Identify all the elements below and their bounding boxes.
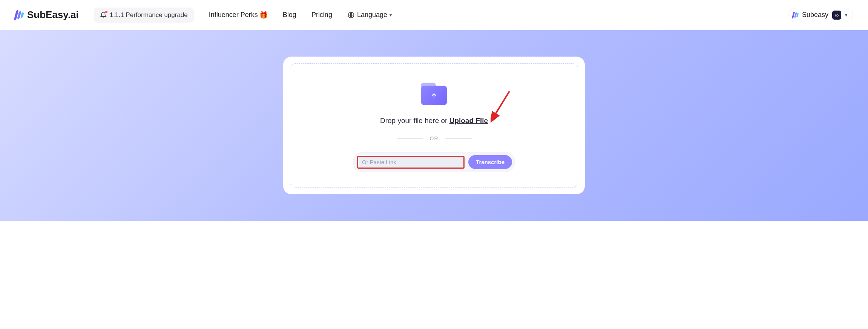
or-divider: OR	[397, 135, 472, 141]
user-avatar-icon	[792, 12, 799, 18]
chevron-down-icon: ▾	[390, 12, 392, 18]
brand-logo[interactable]: SubEasy.ai	[15, 9, 79, 21]
announcement-pill[interactable]: 1.1.1 Performance upgrade	[94, 8, 194, 23]
drop-zone[interactable]: Drop your file here or Upload File OR Tr…	[290, 63, 578, 188]
hero-section: Drop your file here or Upload File OR Tr…	[0, 30, 868, 221]
drop-text-prefix: Drop your file here or	[380, 117, 449, 125]
brand-name: SubEasy.ai	[27, 9, 79, 21]
annotation-arrow-icon	[491, 89, 513, 123]
header-bar: SubEasy.ai 1.1.1 Performance upgrade Inf…	[0, 0, 868, 30]
upload-file-link[interactable]: Upload File	[449, 117, 488, 125]
globe-icon	[347, 11, 355, 19]
gift-icon: 🎁	[259, 11, 268, 19]
drop-text: Drop your file here or Upload File	[380, 117, 488, 125]
nav-blog[interactable]: Blog	[283, 11, 296, 19]
svg-point-1	[434, 98, 434, 99]
link-input-highlight	[357, 156, 465, 169]
upload-folder-icon	[421, 83, 447, 105]
bell-icon	[100, 12, 107, 18]
link-input-row: Transcribe	[353, 152, 515, 172]
svg-line-2	[494, 91, 509, 116]
nav-influencer-perks[interactable]: Influencer Perks🎁	[209, 11, 268, 19]
nav-influencer-label: Influencer Perks	[209, 11, 258, 19]
announcement-text: 1.1.1 Performance upgrade	[110, 11, 188, 19]
transcribe-button[interactable]: Transcribe	[468, 155, 512, 169]
infinity-badge-icon: ∞	[832, 11, 841, 20]
main-nav: 1.1.1 Performance upgrade Influencer Per…	[94, 8, 773, 23]
nav-pricing[interactable]: Pricing	[311, 11, 332, 19]
or-label: OR	[430, 135, 439, 141]
upload-card: Drop your file here or Upload File OR Tr…	[283, 57, 585, 194]
language-selector[interactable]: Language ▾	[347, 11, 392, 19]
language-label: Language	[357, 11, 387, 19]
brand-logo-icon	[14, 10, 25, 20]
user-name: Subeasy	[802, 11, 828, 19]
paste-link-input[interactable]	[362, 159, 460, 165]
user-menu[interactable]: Subeasy ∞ ▾	[788, 8, 853, 22]
chevron-down-icon: ▾	[845, 12, 847, 18]
